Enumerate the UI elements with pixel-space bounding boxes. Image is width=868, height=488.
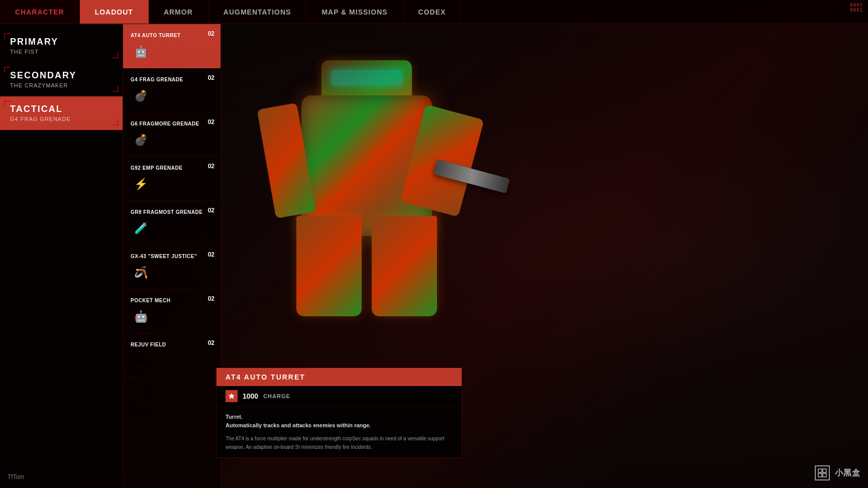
tab-character[interactable]: CHARACTER [0,0,80,24]
character-model [261,35,472,326]
weapon-item-4[interactable]: GR8 FRAGMOST GRENADE 02 🧪 [123,201,221,245]
detail-description: Turret.Automatically tracks and attacks … [216,407,462,457]
detail-stats-row: 1000 CHARGE [216,386,462,407]
nav-bar: CHARACTER LOADOUT ARMOR AUGMENTATIONS MA… [0,0,868,24]
tab-augmentations[interactable]: AUGMENTATIONS [208,0,307,24]
watermark-label: TfTom [8,473,24,480]
weapon-item-5[interactable]: GX-43 "SWEET JUSTICE" 02 🪃 [123,245,221,289]
weapon-icon-gr8: 🧪 [131,218,151,238]
weapon-item-1[interactable]: G4 FRAG GRENADE 02 💣 [123,68,221,112]
character-viewport [216,25,517,336]
weapon-icon-pocket-mech: 🤖 [131,307,151,327]
loadout-slots-panel: PRIMARY THE FIST SECONDARY THE CRAZYMAKE… [0,24,123,488]
loadout-slot-secondary[interactable]: SECONDARY THE CRAZYMAKER [0,63,123,96]
svg-rect-3 [818,473,822,477]
loadout-slot-tactical[interactable]: TACTICAL G4 FRAG GRENADE [0,96,123,130]
corner-indicator: 0005 0001 [850,3,863,13]
stat-type: CHARGE [263,393,290,399]
weapon-icon-turret: 🤖 [131,42,151,62]
weapon-icon-gx43: 🪃 [131,263,151,283]
loadout-slot-primary[interactable]: PRIMARY THE FIST [0,29,123,63]
weapon-icon-rejuv: ✚ [131,351,151,371]
weapon-item-6[interactable]: POCKET MECH 02 🤖 [123,289,221,333]
weapon-icon-g6: 💣 [131,130,151,150]
weapon-item-7[interactable]: REJUV FIELD 02 ✚ [123,333,221,378]
detail-title: AT4 AUTO TURRET [216,368,462,386]
mech-render [261,35,472,326]
tab-codex[interactable]: CODEX [403,0,462,24]
item-detail-panel: AT4 AUTO TURRET 1000 CHARGE Turret.Autom… [216,368,462,458]
svg-rect-4 [823,473,826,477]
svg-rect-2 [823,469,826,472]
stat-value: 1000 [243,392,258,400]
svg-rect-1 [818,469,822,472]
logo-watermark: 小黑盒 [815,465,860,480]
weapon-icon-g4: 💣 [131,86,151,106]
tab-map-missions[interactable]: MAP & MISSIONS [306,0,403,24]
logo-icon [815,465,830,480]
logo-text: 小黑盒 [835,468,860,478]
weapon-icon-g92: ⚡ [131,174,151,194]
stat-icon [226,390,238,402]
weapon-item-2[interactable]: G6 FRAGMORE GRENADE 02 💣 [123,112,221,157]
weapons-list-panel: AT4 AUTO TURRET 02 🤖 G4 FRAG GRENADE 02 … [123,24,221,488]
detail-lore-desc: The AT4 is a force multiplier made for u… [226,434,453,451]
tab-armor[interactable]: ARMOR [149,0,208,24]
svg-marker-0 [229,393,235,399]
detail-primary-desc: Turret.Automatically tracks and attacks … [226,413,453,430]
weapon-item-3[interactable]: G92 EMP GRENADE 02 ⚡ [123,157,221,201]
tab-loadout[interactable]: LOADOUT [80,0,149,24]
weapon-item-0[interactable]: AT4 AUTO TURRET 02 🤖 [123,24,221,68]
